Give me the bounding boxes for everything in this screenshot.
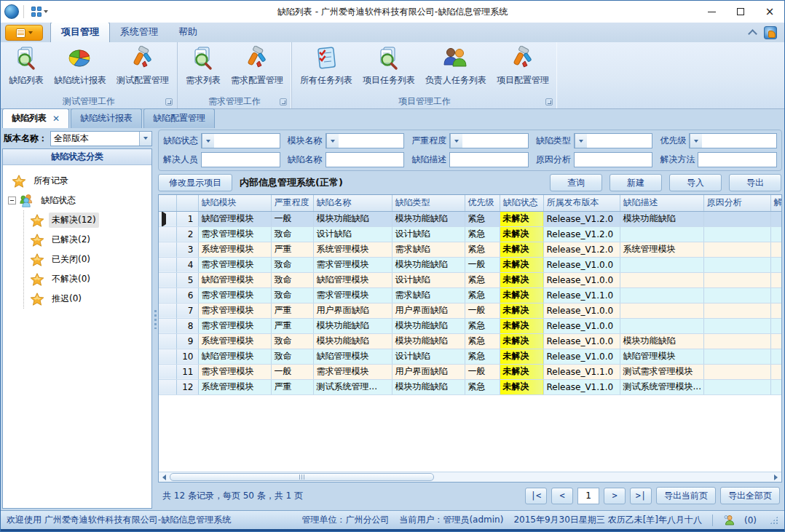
table-cell: 需求管理模块 <box>198 318 271 333</box>
import-button[interactable]: 导入 <box>669 174 722 191</box>
export-all-pages-button[interactable]: 导出全部页 <box>720 487 780 504</box>
ribbon-button[interactable]: 项目任务列表 <box>358 44 420 88</box>
horizontal-scrollbar[interactable] <box>159 472 781 482</box>
dialog-launcher-icon[interactable] <box>545 98 553 106</box>
export-button[interactable]: 导出 <box>729 174 781 191</box>
page-number-input[interactable]: 1 <box>577 488 599 504</box>
dropdown-button[interactable] <box>326 134 339 148</box>
ribbon-button[interactable]: 需求配置管理 <box>226 44 288 88</box>
query-button[interactable]: 查询 <box>550 174 602 191</box>
tree-panel-title: 缺陷状态分类 <box>3 149 151 165</box>
chevron-down-icon <box>28 31 33 34</box>
table-row[interactable]: 12系统管理模块严重测试系统管理...模块功能缺陷紧急未解决Release_V1… <box>159 379 781 394</box>
table-cell: 致命 <box>271 272 313 287</box>
ribbon-button[interactable]: 项目配置管理 <box>492 44 554 88</box>
ribbon-tab-3[interactable]: 帮助 <box>168 23 208 42</box>
scroll-right-button[interactable] <box>770 472 781 482</box>
prev-page-button[interactable]: < <box>551 488 573 504</box>
maximize-button[interactable] <box>726 1 755 23</box>
dialog-launcher-icon[interactable] <box>280 98 287 106</box>
last-page-button[interactable]: >| <box>630 488 652 504</box>
tree-item[interactable]: 不解决(0) <box>24 269 149 289</box>
column-header[interactable]: 优先级 <box>465 195 500 211</box>
filter-dropdown[interactable] <box>326 133 405 148</box>
column-header[interactable]: 缺陷名称 <box>313 195 392 211</box>
ribbon-tab-1[interactable]: 项目管理 <box>50 22 110 42</box>
column-header[interactable]: 解决方法 <box>770 195 781 211</box>
ribbon-button[interactable]: 缺陷统计报表 <box>49 44 111 88</box>
scrollbar-thumb[interactable] <box>170 473 434 481</box>
next-page-button[interactable]: > <box>604 488 626 504</box>
modify-columns-button[interactable]: 修改显示项目 <box>158 174 232 191</box>
filter-dropdown[interactable] <box>689 133 777 148</box>
table-row[interactable]: 8需求管理模块严重模块功能缺陷模块功能缺陷紧急未解决Release_V1.0.0 <box>159 318 781 333</box>
table-row[interactable]: 10缺陷管理模块致命缺陷管理模块设计缺陷紧急未解决Release_V1.0.0缺… <box>159 349 781 364</box>
table-row[interactable]: 7需求管理模块严重用户界面缺陷用户界面缺陷一般未解决Release_V1.0.0 <box>159 303 781 318</box>
filter-input[interactable] <box>574 152 653 167</box>
style-switch-icon[interactable] <box>764 26 777 39</box>
filter-input[interactable] <box>326 152 405 167</box>
tree-item[interactable]: 所有记录 <box>6 171 149 191</box>
dropdown-button[interactable] <box>690 134 702 148</box>
resize-grip[interactable] <box>770 516 778 525</box>
export-current-page-button[interactable]: 导出当前页 <box>656 487 716 504</box>
filter-input[interactable] <box>449 152 529 167</box>
filter-input[interactable] <box>698 152 777 167</box>
tree-item[interactable]: 缺陷状态 <box>6 191 149 210</box>
quick-access-toolbar-button[interactable] <box>28 5 51 18</box>
record-summary: 共 12 条记录，每页 50 条，共 1 页 <box>162 490 521 502</box>
column-header[interactable]: 缺陷状态 <box>500 195 543 211</box>
tree-item[interactable]: 未解决(12) <box>24 210 149 230</box>
table-row[interactable]: 9系统管理模块致命模块功能缺陷模块功能缺陷紧急未解决Release_V1.0.0… <box>159 333 781 349</box>
table-row[interactable]: 6需求管理模块致命需求管理模块需求缺陷紧急未解决Release_V1.1.0 <box>159 287 781 303</box>
application-menu-button[interactable] <box>5 25 43 41</box>
doc-tab[interactable]: 缺陷统计报表 <box>71 108 142 128</box>
ribbon-button[interactable]: 测试配置管理 <box>111 44 174 88</box>
doc-tab[interactable]: 缺陷配置管理 <box>143 108 215 128</box>
filter-input[interactable] <box>201 152 280 167</box>
first-page-button[interactable]: |< <box>525 488 547 504</box>
table-row[interactable]: 3系统管理模块严重系统管理模块需求缺陷紧急未解决Release_V1.2.0系统… <box>159 242 781 257</box>
scroll-left-button[interactable] <box>159 472 170 482</box>
dropdown-button[interactable] <box>450 134 462 148</box>
tree-item[interactable]: 推迟(0) <box>24 289 149 309</box>
column-header[interactable]: 严重程度 <box>271 195 313 211</box>
table-row[interactable]: 5缺陷管理模块致命缺陷管理模块设计缺陷紧急未解决Release_V1.0.0 <box>159 272 781 287</box>
minimize-button[interactable] <box>697 1 726 23</box>
dropdown-button[interactable] <box>139 132 151 146</box>
tab-close-icon[interactable]: ✕ <box>52 114 60 123</box>
ribbon-button[interactable]: 所有任务列表 <box>295 44 358 88</box>
collapse-expander-icon[interactable] <box>8 196 16 205</box>
new-button[interactable]: 新建 <box>610 174 662 191</box>
column-header[interactable]: 缺陷类型 <box>392 195 465 211</box>
table-cell: 系统管理模块 <box>198 333 271 349</box>
filter-dropdown[interactable] <box>201 133 280 148</box>
version-select[interactable]: 全部版本 <box>50 131 152 146</box>
dialog-launcher-icon[interactable] <box>165 98 173 106</box>
doc-tab[interactable]: 缺陷列表✕ <box>2 108 69 128</box>
ribbon-button[interactable]: 需求列表 <box>181 44 226 88</box>
column-header[interactable]: 所属发布版本 <box>543 195 620 211</box>
tree-item[interactable]: 已关闭(0) <box>24 250 149 269</box>
column-header[interactable]: 缺陷描述 <box>620 195 703 211</box>
table-row[interactable]: 4需求管理模块致命需求管理模块模块功能缺陷一般未解决Release_V1.0.0 <box>159 257 781 272</box>
scrollbar-track[interactable] <box>170 472 770 482</box>
panel-splitter[interactable] <box>152 128 158 510</box>
table-row[interactable]: 1缺陷管理模块一般模块功能缺陷模块功能缺陷紧急未解决Release_V1.2.0… <box>159 211 781 226</box>
row-indicator-cell <box>159 211 176 226</box>
filter-dropdown[interactable] <box>449 133 529 148</box>
close-button[interactable]: × <box>755 1 784 23</box>
column-header[interactable]: 原因分析 <box>703 195 770 211</box>
filter-dropdown[interactable] <box>574 133 653 148</box>
collapse-ribbon-icon[interactable] <box>748 29 758 36</box>
column-header[interactable]: 缺陷模块 <box>198 195 271 211</box>
dropdown-button[interactable] <box>575 134 587 148</box>
ribbon-button[interactable]: 缺陷列表 <box>4 44 49 88</box>
table-cell: 测试需求管理模块 <box>620 364 703 379</box>
tree-item[interactable]: 已解决(2) <box>24 230 149 250</box>
dropdown-button[interactable] <box>202 134 214 148</box>
ribbon-button[interactable]: 负责人任务列表 <box>420 44 492 88</box>
ribbon-tab-2[interactable]: 系统管理 <box>110 23 168 42</box>
table-row[interactable]: 11需求管理模块一般需求管理模块用户界面缺陷一般未解决Release_V1.1.… <box>159 364 781 379</box>
table-row[interactable]: 2需求管理模块致命设计缺陷设计缺陷紧急未解决Release_V1.2.0 <box>159 226 781 242</box>
